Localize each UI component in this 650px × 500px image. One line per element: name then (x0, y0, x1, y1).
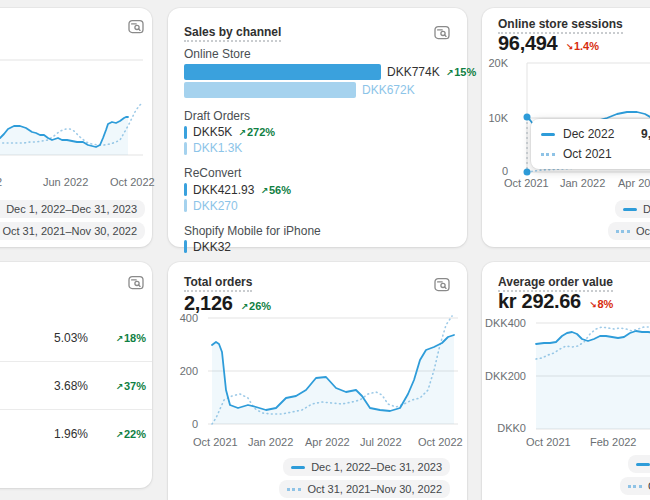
legend-label: Dec 1, 2022–Dec 31, 2023 (311, 461, 442, 473)
channel-current-row[interactable]: DKK774K ↗15% (184, 64, 451, 80)
channel-group: Draft Orders DKK5K ↗272% DKK1.3K (184, 109, 451, 155)
change-badge: ↗26% (241, 300, 272, 312)
change-badge: ↗15% (446, 66, 477, 78)
solid-line-swatch (636, 463, 650, 466)
average-order-value-chart[interactable] (536, 319, 650, 437)
dotted-line-swatch (287, 488, 301, 491)
solid-line-swatch (291, 466, 305, 469)
conversion-row[interactable]: 5.03% ↗18% (0, 314, 152, 362)
change-value: 272% (247, 126, 275, 138)
previous-value: DKK1.3K (193, 141, 242, 155)
sales-over-time-card: 22 Jun 2022 Oct 2022 Dec 1, 2022–Dec 31,… (0, 8, 152, 247)
previous-period-bar (184, 142, 187, 155)
channel-previous-row[interactable]: DKK1.3K (184, 141, 451, 155)
current-value: DKK32 (193, 240, 231, 254)
legend-pill-previous: Oct 31, 2021–Nov 30, 2022 (0, 222, 145, 240)
dotted-line-swatch (616, 230, 630, 233)
tooltip-value: 143 (631, 147, 650, 161)
current-value: DKK5K (193, 125, 232, 139)
change-value: 8% (597, 298, 613, 310)
legend-label: Oct 31, 2021–Nov 30, 2022 (307, 483, 442, 495)
view-report-icon[interactable] (128, 275, 144, 291)
x-tick: Oct 2021 (504, 178, 549, 189)
solid-line-swatch (541, 133, 555, 136)
magnifier-report-icon (128, 275, 144, 291)
metric-row: kr 292.66 ↘8% (498, 290, 613, 313)
card-title[interactable]: Sales by channel (184, 25, 281, 42)
current-period-bar (184, 240, 187, 253)
up-arrow-icon: ↗ (115, 382, 123, 392)
change-badge: ↗272% (238, 126, 275, 138)
y-tick: 20K (482, 58, 508, 69)
down-arrow-icon: ↘ (589, 300, 597, 310)
current-period-bar (184, 64, 381, 80)
magnifier-report-icon (434, 25, 450, 41)
conversion-rate-card: 5.03% ↗18% 3.68% ↗37% 1.96% ↗22% (0, 262, 152, 488)
solid-line-swatch (623, 208, 637, 211)
conversion-rows: 5.03% ↗18% 3.68% ↗37% 1.96% ↗22% (0, 314, 152, 457)
magnifier-report-icon (128, 19, 144, 35)
channel-current-row[interactable]: DKK32 (184, 240, 451, 254)
x-tick: Feb 2022 (590, 437, 636, 448)
y-tick: 200 (168, 366, 198, 377)
change-badge: ↗22% (96, 428, 146, 440)
chart-tooltip: Dec 2022 9,793 ↗6.7K Oct 2021 143 (531, 119, 650, 169)
total-orders-card: Total orders 2,126 ↗26% 400 200 0 Oct 20… (168, 262, 467, 500)
y-tick: DKK400 (482, 318, 526, 329)
y-tick: 10K (482, 113, 508, 124)
view-report-icon[interactable] (434, 25, 450, 41)
legend-label: Dec 1, 2022–Dec 31, 2023 (6, 203, 137, 215)
x-tick: 22 (0, 177, 2, 188)
channel-previous-row[interactable]: DKK672K (184, 82, 451, 98)
channel-name: Shopify Mobile for iPhone (184, 224, 451, 238)
x-tick: Oct 2022 (418, 437, 463, 448)
metric-value: kr 292.66 (498, 290, 581, 313)
x-tick: Jan 2022 (248, 437, 293, 448)
channel-current-row[interactable]: DKK5K ↗272% (184, 125, 451, 139)
change-value: 18% (124, 332, 146, 344)
total-orders-chart[interactable] (208, 314, 458, 432)
card-title[interactable]: Total orders (184, 275, 252, 292)
channel-group: Online Store DKK774K ↗15% DKK672K (184, 47, 451, 97)
sales-by-channel-card: Sales by channel Online Store DKK774K ↗1… (168, 8, 467, 247)
change-value: 37% (124, 380, 146, 392)
up-arrow-icon: ↗ (446, 68, 454, 78)
change-badge: ↗18% (96, 332, 146, 344)
x-tick: Oct 2021 (193, 437, 238, 448)
current-value: DKK421.93 (193, 183, 254, 197)
legend-pill-current: Dec 1, 2022–Dec 31, 2023 (628, 455, 650, 473)
rate-value: 1.96% (32, 427, 88, 441)
y-tick: DKK0 (482, 423, 526, 434)
tooltip-row-previous: Oct 2021 143 (541, 147, 650, 161)
y-tick: 0 (168, 419, 198, 430)
metric-row: 96,494 ↘1.4% (498, 32, 599, 55)
metric-value: 96,494 (498, 32, 557, 55)
y-tick: 400 (168, 313, 198, 324)
up-arrow-icon: ↗ (260, 186, 268, 196)
legend-pill-previous: Oct 31, 2021–Nov 30, 2022 (620, 477, 650, 495)
channel-name: Online Store (184, 47, 451, 61)
legend-pill-previous: Oct 31, 2021–Nov 30, 2022 (608, 222, 650, 240)
x-tick: Oct 2022 (110, 177, 155, 188)
tooltip-row-current: Dec 2022 9,793 ↗6.7K (541, 127, 650, 141)
up-arrow-icon: ↗ (115, 334, 123, 344)
legend-pill-current: Dec 1, 2022–Dec 31, 2023 (283, 458, 450, 476)
conversion-row[interactable]: 3.68% ↗37% (0, 362, 152, 410)
channel-previous-row[interactable]: DKK270 (184, 199, 451, 213)
sales-over-time-chart[interactable] (0, 58, 143, 158)
change-badge: ↘8% (589, 298, 613, 310)
change-value: 56% (269, 184, 291, 196)
x-tick: Oct 2021 (526, 437, 571, 448)
view-report-icon[interactable] (128, 19, 144, 35)
x-tick: Apr 2022 (618, 178, 650, 189)
rate-value: 5.03% (32, 331, 88, 345)
conversion-row[interactable]: 1.96% ↗22% (0, 410, 152, 457)
x-tick: Jun 2022 (43, 177, 88, 188)
up-arrow-icon: ↗ (238, 128, 246, 138)
channel-current-row[interactable]: DKK421.93 ↗56% (184, 183, 451, 197)
legend-pill-previous: Oct 31, 2021–Nov 30, 2022 (279, 480, 450, 498)
up-arrow-icon: ↗ (241, 302, 249, 312)
change-value: 15% (454, 66, 476, 78)
view-report-icon[interactable] (434, 277, 450, 293)
current-period-bar (184, 183, 187, 196)
